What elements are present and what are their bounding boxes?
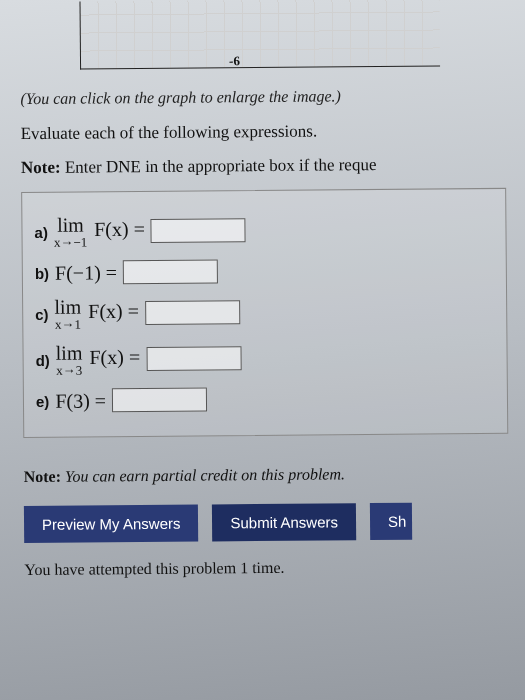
- problem-b-label: b): [35, 264, 49, 281]
- problem-a-expr: F(x) =: [94, 218, 145, 240]
- lim-text: lim: [56, 343, 83, 363]
- preview-answers-button[interactable]: Preview My Answers: [24, 505, 199, 544]
- answer-input-b[interactable]: [123, 259, 218, 284]
- problem-a-label: a): [34, 223, 47, 240]
- note-label: Note:: [21, 158, 61, 177]
- attempts-text: You have attempted this problem 1 time.: [24, 557, 509, 579]
- answer-input-a[interactable]: [151, 218, 246, 243]
- submit-answers-button[interactable]: Submit Answers: [212, 503, 356, 541]
- answer-input-c[interactable]: [145, 300, 240, 325]
- partial-note-label: Note:: [24, 468, 61, 485]
- problem-d-expr: F(x) =: [89, 346, 140, 368]
- graph-tick-label: -6: [229, 53, 240, 69]
- graph-fragment[interactable]: -6: [79, 0, 440, 70]
- lim-text: lim: [54, 297, 81, 317]
- note-line: Note: Enter DNE in the appropriate box i…: [21, 154, 506, 178]
- note-text: Enter DNE in the appropriate box if the …: [61, 155, 377, 177]
- lim-approach: x→1: [55, 318, 81, 331]
- lim-text: lim: [57, 215, 84, 235]
- partial-credit-note: Note: You can earn partial credit on thi…: [24, 464, 509, 486]
- answer-input-d[interactable]: [146, 346, 241, 371]
- show-button-cutoff[interactable]: Sh: [370, 503, 413, 540]
- problem-e-label: e): [36, 392, 49, 409]
- problem-c-label: c): [35, 305, 48, 322]
- problem-a: a) lim x→−1 F(x) =: [34, 211, 493, 249]
- problem-d-label: d): [36, 351, 50, 368]
- lim-approach: x→3: [56, 364, 82, 377]
- instruction-text: Evaluate each of the following expressio…: [21, 120, 506, 144]
- partial-note-text: You can earn partial credit on this prob…: [61, 465, 345, 484]
- answer-input-e[interactable]: [112, 387, 207, 412]
- graph-enlarge-hint: (You can click on the graph to enlarge t…: [20, 86, 505, 108]
- problem-e: e) F(3) =: [36, 385, 495, 413]
- limit-notation: lim x→3: [56, 343, 83, 377]
- button-row: Preview My Answers Submit Answers Sh: [24, 502, 509, 543]
- problem-e-expr: F(3) =: [55, 389, 106, 412]
- limit-notation: lim x→−1: [54, 215, 88, 249]
- problem-b: b) F(−1) =: [35, 257, 494, 285]
- limit-notation: lim x→1: [54, 297, 81, 331]
- lim-approach: x→−1: [54, 236, 87, 249]
- problem-b-expr: F(−1) =: [55, 261, 117, 285]
- problem-c-expr: F(x) =: [88, 300, 139, 322]
- problem-c: c) lim x→1 F(x) =: [35, 293, 494, 331]
- problem-d: d) lim x→3 F(x) =: [35, 339, 494, 377]
- problem-box: a) lim x→−1 F(x) = b) F(−1) = c) lim x→1: [21, 188, 508, 438]
- problem-page: -6 (You can click on the graph to enlarg…: [0, 0, 525, 579]
